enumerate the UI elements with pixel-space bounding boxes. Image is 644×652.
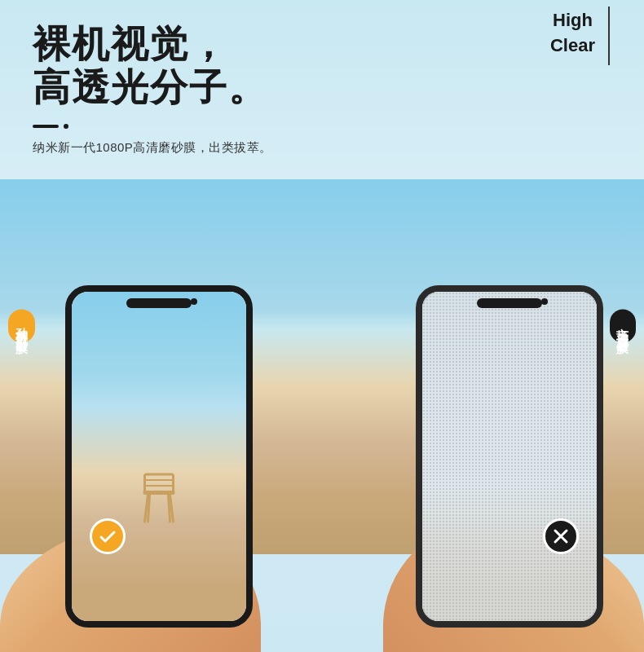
right-phone-notch: [477, 298, 542, 308]
title-line2: 高透光分子。: [33, 66, 267, 108]
left-product-label: 劲林进口磨砂膜: [8, 310, 35, 343]
left-phone-wrapper: [65, 285, 253, 628]
top-section: 裸机视觉， 高透光分子。 High Clear: [0, 0, 644, 109]
dash-dot: [64, 124, 68, 129]
x-badge: [543, 518, 579, 554]
left-phone-notch: [126, 298, 192, 308]
svg-line-7: [169, 495, 170, 522]
left-phone-screen: [72, 292, 246, 621]
svg-rect-1: [145, 474, 174, 492]
main-title: 裸机视觉， 高透光分子。: [33, 23, 611, 109]
right-phone-notch-dot: [541, 298, 548, 305]
page-container: 裸机视觉， 高透光分子。 High Clear 纳米新一代1080P高清磨砂膜，…: [0, 0, 644, 652]
chair-silhouette: [137, 466, 182, 523]
check-badge: [90, 518, 126, 554]
dash-separator: [33, 124, 611, 129]
right-label-text: 市场普通磨砂膜: [616, 318, 630, 335]
right-phone-frame: [416, 285, 603, 628]
left-label-text: 劲林进口磨砂膜: [15, 318, 29, 335]
right-product-label: 市场普通磨砂膜: [610, 310, 637, 343]
badge-clear-text: Clear: [550, 33, 595, 59]
badge-high-text: High: [550, 8, 595, 33]
title-line1: 裸机视觉，: [33, 23, 228, 65]
noise-overlay: [422, 292, 597, 621]
subtitle-text: 纳米新一代1080P高清磨砂膜，出类拔萃。: [33, 140, 611, 156]
high-clear-badge: High Clear: [550, 8, 595, 59]
left-phone-frame: [65, 285, 253, 628]
svg-line-6: [148, 495, 150, 522]
left-phone-notch-dot: [191, 298, 197, 305]
right-phone-wrapper: [416, 285, 603, 628]
dash-rect: [33, 125, 59, 128]
vertical-divider: [608, 7, 610, 65]
